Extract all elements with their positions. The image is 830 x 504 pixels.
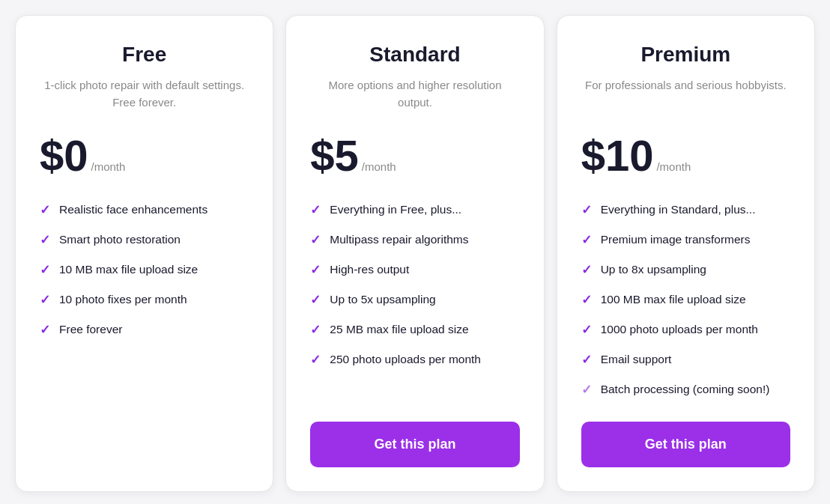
plan-description-standard: More options and higher resolution outpu… bbox=[310, 77, 519, 113]
pricing-container: Free1-click photo repair with default se… bbox=[15, 15, 815, 492]
feature-item-standard-2: ✓High-res output bbox=[310, 261, 519, 278]
check-icon: ✓ bbox=[40, 202, 50, 218]
feature-item-premium-1: ✓Premium image transformers bbox=[581, 231, 790, 248]
feature-text-standard-0: Everything in Free, plus... bbox=[330, 201, 461, 218]
check-icon: ✓ bbox=[581, 382, 592, 398]
check-icon: ✓ bbox=[310, 352, 321, 368]
plan-description-premium: For professionals and serious hobbyists. bbox=[581, 77, 790, 113]
check-icon: ✓ bbox=[581, 202, 592, 218]
feature-item-free-4: ✓Free forever bbox=[40, 321, 249, 338]
plan-card-free: Free1-click photo repair with default se… bbox=[15, 15, 273, 492]
check-icon: ✓ bbox=[310, 202, 321, 218]
feature-item-premium-3: ✓100 MB max file upload size bbox=[581, 291, 790, 308]
feature-text-premium-4: 1000 photo uploads per month bbox=[601, 321, 758, 338]
feature-item-standard-5: ✓250 photo uploads per month bbox=[310, 351, 519, 368]
feature-item-free-0: ✓Realistic face enhancements bbox=[40, 201, 249, 218]
check-icon: ✓ bbox=[40, 322, 50, 338]
price-row-free: $0/month bbox=[40, 134, 249, 177]
feature-text-free-1: Smart photo restoration bbox=[59, 231, 181, 248]
features-list-free: ✓Realistic face enhancements✓Smart photo… bbox=[40, 201, 249, 397]
price-amount-premium: $10 bbox=[581, 134, 654, 177]
price-period-premium: /month bbox=[656, 160, 691, 173]
feature-item-free-2: ✓10 MB max file upload size bbox=[40, 261, 249, 278]
price-amount-free: $0 bbox=[40, 134, 88, 177]
feature-item-premium-6: ✓Batch processing (coming soon!) bbox=[581, 381, 790, 398]
check-icon: ✓ bbox=[310, 262, 321, 278]
feature-item-premium-2: ✓Up to 8x upsampling bbox=[581, 261, 790, 278]
plan-card-premium: PremiumFor professionals and serious hob… bbox=[557, 15, 815, 492]
price-row-standard: $5/month bbox=[310, 134, 519, 177]
check-icon: ✓ bbox=[310, 232, 321, 248]
check-icon: ✓ bbox=[40, 262, 50, 278]
plan-name-premium: Premium bbox=[581, 43, 790, 67]
feature-text-premium-3: 100 MB max file upload size bbox=[601, 291, 746, 308]
check-icon: ✓ bbox=[581, 262, 592, 278]
check-icon: ✓ bbox=[40, 292, 50, 308]
feature-item-premium-4: ✓1000 photo uploads per month bbox=[581, 321, 790, 338]
features-list-standard: ✓Everything in Free, plus...✓Multipass r… bbox=[310, 201, 519, 398]
check-icon: ✓ bbox=[581, 322, 592, 338]
plan-name-free: Free bbox=[40, 43, 249, 67]
feature-text-premium-2: Up to 8x upsampling bbox=[601, 261, 706, 278]
plan-name-standard: Standard bbox=[310, 43, 519, 67]
plan-card-standard: StandardMore options and higher resoluti… bbox=[285, 15, 544, 492]
feature-item-standard-4: ✓25 MB max file upload size bbox=[310, 321, 519, 338]
check-icon: ✓ bbox=[40, 232, 50, 248]
feature-item-free-1: ✓Smart photo restoration bbox=[40, 231, 249, 248]
feature-item-premium-5: ✓Email support bbox=[581, 351, 790, 368]
feature-text-premium-1: Premium image transformers bbox=[601, 231, 751, 248]
feature-item-premium-0: ✓Everything in Standard, plus... bbox=[581, 201, 790, 218]
feature-item-free-3: ✓10 photo fixes per month bbox=[40, 291, 249, 308]
feature-text-premium-6: Batch processing (coming soon!) bbox=[601, 381, 770, 398]
feature-text-premium-5: Email support bbox=[601, 351, 672, 368]
price-period-standard: /month bbox=[362, 160, 396, 173]
feature-item-standard-3: ✓Up to 5x upsampling bbox=[310, 291, 519, 308]
features-list-premium: ✓Everything in Standard, plus...✓Premium… bbox=[581, 201, 790, 398]
cta-button-premium[interactable]: Get this plan bbox=[581, 422, 790, 467]
feature-text-free-2: 10 MB max file upload size bbox=[59, 261, 198, 278]
price-amount-standard: $5 bbox=[310, 134, 359, 177]
check-icon: ✓ bbox=[581, 352, 592, 368]
cta-placeholder-free bbox=[40, 421, 249, 467]
feature-text-standard-5: 250 photo uploads per month bbox=[330, 351, 481, 368]
check-icon: ✓ bbox=[581, 232, 592, 248]
feature-text-premium-0: Everything in Standard, plus... bbox=[601, 201, 756, 218]
feature-text-free-4: Free forever bbox=[59, 321, 122, 338]
price-row-premium: $10/month bbox=[581, 134, 790, 177]
feature-text-standard-1: Multipass repair algorithms bbox=[330, 231, 468, 248]
check-icon: ✓ bbox=[310, 322, 321, 338]
feature-text-standard-2: High-res output bbox=[330, 261, 409, 278]
feature-text-standard-3: Up to 5x upsampling bbox=[330, 291, 435, 308]
plan-description-free: 1-click photo repair with default settin… bbox=[40, 77, 249, 113]
feature-item-standard-0: ✓Everything in Free, plus... bbox=[310, 201, 519, 218]
cta-button-standard[interactable]: Get this plan bbox=[310, 422, 519, 467]
feature-text-free-3: 10 photo fixes per month bbox=[59, 291, 187, 308]
check-icon: ✓ bbox=[581, 292, 592, 308]
price-period-free: /month bbox=[91, 160, 126, 173]
check-icon: ✓ bbox=[310, 292, 321, 308]
feature-text-free-0: Realistic face enhancements bbox=[59, 201, 208, 218]
feature-text-standard-4: 25 MB max file upload size bbox=[330, 321, 468, 338]
feature-item-standard-1: ✓Multipass repair algorithms bbox=[310, 231, 519, 248]
